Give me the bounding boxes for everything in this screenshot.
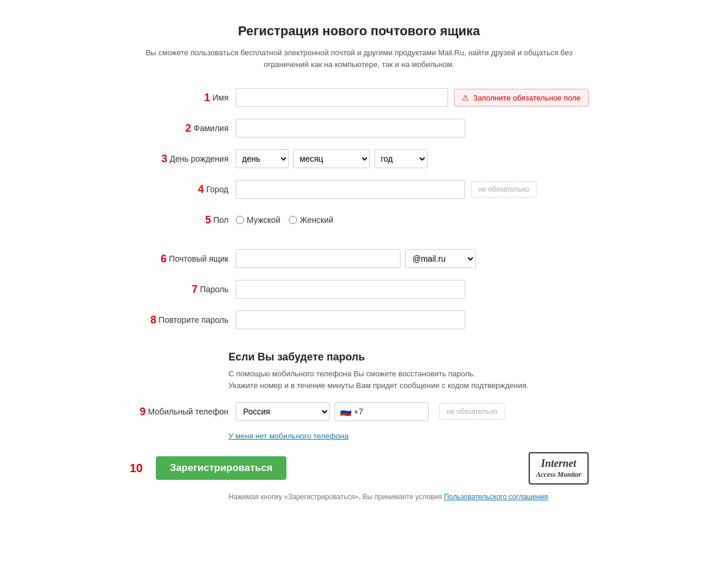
phone-fields: Россия 🇷🇺 +7 не обязательно bbox=[236, 402, 506, 421]
gender-female-text: Женский bbox=[300, 215, 333, 225]
gender-male-text: Мужской bbox=[247, 215, 280, 225]
field-number-6: 6 bbox=[149, 253, 166, 265]
mailbox-input[interactable] bbox=[236, 249, 400, 268]
gender-options: Мужской Женский bbox=[236, 215, 333, 225]
field-number-9: 9 bbox=[128, 406, 146, 418]
register-left: 10 Зарегистрироваться bbox=[130, 456, 287, 480]
mailbox-fields: @mail.ru @inbox.ru @bk.ru @list.ru bbox=[236, 249, 476, 268]
terms-link[interactable]: Пользовательского соглашения bbox=[444, 493, 548, 501]
phone-flag-icon: 🇷🇺 bbox=[340, 406, 352, 417]
recovery-text: С помощью мобильного телефона Вы сможете… bbox=[229, 368, 589, 391]
register-row: 10 Зарегистрироваться Internet Access Mo… bbox=[130, 452, 589, 485]
email-domain-select[interactable]: @mail.ru @inbox.ru @bk.ru @list.ru bbox=[405, 249, 476, 268]
register-button[interactable]: Зарегистрироваться bbox=[156, 456, 287, 480]
phone-number-input[interactable] bbox=[365, 407, 412, 416]
phone-optional-badge: не обязательно bbox=[439, 403, 506, 420]
error-message: Заполните обязательное поле bbox=[473, 93, 580, 102]
field-number-1: 1 bbox=[192, 92, 210, 104]
monitor-badge: Internet Access Monitor bbox=[529, 452, 588, 485]
birthday-year-select[interactable]: год bbox=[375, 149, 428, 168]
field-number-5: 5 bbox=[193, 214, 211, 226]
name-error-badge: ⚠ Заполните обязательное поле bbox=[454, 89, 588, 106]
gender-female-radio[interactable] bbox=[289, 216, 297, 224]
field-number-7: 7 bbox=[180, 283, 198, 296]
field-number-8: 8 bbox=[139, 314, 156, 326]
phone-country-select[interactable]: Россия bbox=[236, 402, 330, 421]
mailbox-row: 6 Почтовый ящик @mail.ru @inbox.ru @bk.r… bbox=[130, 248, 589, 270]
birthday-month-select[interactable]: месяц bbox=[293, 149, 370, 168]
phone-prefix: +7 bbox=[354, 407, 363, 416]
birthday-selects: день месяц год bbox=[236, 149, 428, 168]
city-label: Город bbox=[206, 185, 229, 194]
birthday-day-select[interactable]: день bbox=[236, 149, 289, 168]
password-confirm-label: Повторите пароль bbox=[159, 315, 229, 325]
password-confirm-input[interactable] bbox=[236, 310, 465, 329]
city-row: 4 Город не обязательно bbox=[130, 178, 589, 201]
birthday-row: 3 День рождения день месяц год bbox=[130, 148, 589, 170]
gender-label: Пол bbox=[213, 215, 229, 225]
password-label: Пароль bbox=[200, 285, 229, 294]
gender-male-radio[interactable] bbox=[236, 216, 244, 224]
field-number-10: 10 bbox=[130, 462, 143, 475]
gender-row: 5 Пол Мужской Женский bbox=[130, 209, 589, 231]
name-row: 1 Имя ⚠ Заполните обязательное поле bbox=[130, 86, 589, 109]
city-input[interactable] bbox=[236, 180, 465, 199]
lastname-input[interactable] bbox=[236, 119, 465, 138]
recovery-title: Если Вы забудете пароль bbox=[229, 351, 589, 363]
field-number-2: 2 bbox=[173, 122, 191, 135]
monitor-line2: Access Monitor bbox=[536, 470, 581, 480]
page-title: Регистрация нового почтового ящика bbox=[130, 24, 589, 39]
birthday-label: День рождения bbox=[169, 154, 228, 163]
field-number-3: 3 bbox=[149, 153, 167, 165]
terms-text: Нажимая кнопку «Зарегистрироваться», Вы … bbox=[229, 493, 442, 501]
page-subtitle: Вы сможете пользоваться бесплатной элект… bbox=[130, 47, 589, 70]
gender-male-label[interactable]: Мужской bbox=[236, 215, 280, 225]
name-label: Имя bbox=[212, 93, 228, 102]
phone-label: Мобильный телефон bbox=[148, 407, 229, 416]
lastname-label: Фамилия bbox=[193, 123, 228, 133]
phone-number-field: 🇷🇺 +7 bbox=[335, 402, 429, 421]
mailbox-label: Почтовый ящик bbox=[169, 254, 228, 263]
lastname-row: 2 Фамилия bbox=[130, 117, 589, 139]
gender-female-label[interactable]: Женский bbox=[289, 215, 333, 225]
recovery-section: Если Вы забудете пароль С помощью мобиль… bbox=[130, 351, 589, 391]
city-optional-badge: не обязательно bbox=[471, 181, 537, 198]
field-number-4: 4 bbox=[186, 183, 204, 196]
password-input[interactable] bbox=[236, 280, 465, 299]
monitor-line1: Internet bbox=[536, 457, 581, 470]
no-phone-link[interactable]: У меня нет мобильного телефона bbox=[229, 432, 349, 440]
no-phone-link-row: У меня нет мобильного телефона bbox=[229, 431, 589, 440]
phone-row: 9 Мобильный телефон Россия 🇷🇺 +7 не обяз… bbox=[130, 400, 589, 423]
terms-row: Нажимая кнопку «Зарегистрироваться», Вы … bbox=[229, 493, 589, 501]
password-confirm-row: 8 Повторите пароль bbox=[130, 309, 589, 331]
name-input[interactable] bbox=[236, 88, 449, 107]
password-row: 7 Пароль bbox=[130, 278, 589, 300]
warning-icon: ⚠ bbox=[462, 93, 469, 102]
